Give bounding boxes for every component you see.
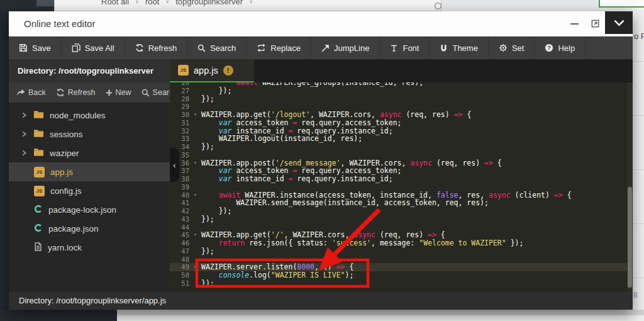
file-tree-item-sessions[interactable]: sessions <box>9 125 170 144</box>
file-tree-item-config-js[interactable]: JSconfig.js <box>9 181 170 200</box>
toolbar-button-set[interactable]: Set <box>489 37 535 59</box>
line-number: 33 <box>170 135 191 143</box>
toolbar-button-label: Save All <box>85 43 114 53</box>
breadcrumb[interactable]: Root all∨root∨topgrouplinkserver∨ <box>54 0 441 11</box>
line-number: 31 <box>170 119 191 127</box>
fold-gutter <box>191 175 199 183</box>
fold-gutter <box>191 87 199 95</box>
code-line-46[interactable]: 46 return res.json({ status: 'success', … <box>170 239 633 247</box>
code-line-42[interactable]: 42 }); <box>170 207 633 215</box>
fold-gutter <box>191 183 199 191</box>
line-number: 46 <box>170 239 191 247</box>
tab-app-js[interactable]: JS app.js ! <box>170 59 254 82</box>
breadcrumb-item-root-all[interactable]: Root all <box>101 0 129 6</box>
toolbar-button-jumpline[interactable]: JumpLine <box>311 37 380 59</box>
line-number: 26 <box>170 82 191 87</box>
toolbar-button-search[interactable]: Search <box>187 37 247 59</box>
sidebar-collapse-handle[interactable]: ‹ <box>170 148 179 182</box>
code-line-28[interactable]: 28}); <box>170 95 633 103</box>
toolbar-button-label: Save <box>32 43 51 53</box>
fold-gutter <box>191 103 199 111</box>
fold-arrow-icon[interactable]: ▾ <box>191 231 199 239</box>
fold-gutter <box>191 239 199 247</box>
sidebar-action-refresh[interactable]: Refresh <box>56 88 96 97</box>
toolbar-button-theme[interactable]: Theme <box>430 37 488 59</box>
background-text-fragment-bottom: 8 <box>633 291 638 300</box>
folder-icon <box>33 148 44 159</box>
file-name: package-lock.json <box>48 205 116 215</box>
code-text: }); <box>199 247 214 256</box>
code-line-50[interactable]: 50 console.log("WAZIPER IS LIVE"); <box>170 271 633 279</box>
maximize-button[interactable] <box>589 18 601 30</box>
toolbar-button-replace[interactable]: Replace <box>247 37 311 59</box>
toolbar-button-save-all[interactable]: Save All <box>62 37 125 59</box>
breadcrumb-separator-icon: ∨ <box>165 0 169 4</box>
dialog-titlebar: Online text editor <box>9 11 633 37</box>
code-line-41[interactable]: 41 WAZIPER.send_message(instance_id, acc… <box>170 199 633 207</box>
line-number: 47 <box>170 247 191 256</box>
code-text: WAZIPER.logout(instance_id, res); <box>199 135 362 143</box>
editor-scrollbar <box>627 82 633 291</box>
breadcrumb-separator-icon: ∨ <box>249 0 253 4</box>
background-search-files-button[interactable] <box>599 0 644 8</box>
toolbar-button-save[interactable]: Save <box>9 37 62 59</box>
sidebar-action-back[interactable]: Back <box>16 88 46 97</box>
fold-gutter <box>191 143 199 151</box>
file-tree-item-waziper[interactable]: waziper <box>9 144 170 162</box>
theme-icon <box>440 44 448 52</box>
file-tree-item-yarn-lock[interactable]: yarn.lock <box>9 238 170 257</box>
fold-arrow-icon[interactable]: ▾ <box>191 191 199 200</box>
fold-arrow-icon[interactable]: ▾ <box>191 159 199 167</box>
background-tab-stub <box>36 0 55 6</box>
toolbar-button-font[interactable]: Font <box>380 37 430 59</box>
code-line-43[interactable]: 43}); <box>170 215 633 223</box>
code-text: await WAZIPER.get_groups(instance_id, re… <box>199 82 423 87</box>
js-file-icon: JS <box>34 186 45 196</box>
toolbar-button-refresh[interactable]: Refresh <box>125 37 188 59</box>
line-number: 45 <box>170 231 191 239</box>
sidebar-action-new[interactable]: New <box>106 88 131 97</box>
breadcrumb-item-topgrouplinkserver[interactable]: topgrouplinkserver <box>175 0 243 6</box>
background-right-sliver <box>633 8 644 310</box>
settings-icon <box>499 43 508 52</box>
file-name: config.js <box>50 186 82 196</box>
fold-arrow-icon[interactable]: ▾ <box>191 263 199 271</box>
code-line-51[interactable]: 51}); <box>170 279 633 288</box>
code-line-34[interactable]: 34}); <box>170 143 633 151</box>
code-editor[interactable]: 26 await WAZIPER.get_groups(instance_id,… <box>170 82 633 291</box>
code-line-47[interactable]: 47}); <box>170 247 633 256</box>
editor-tabbar: JS app.js ! <box>170 59 633 82</box>
code-line-33[interactable]: 33 WAZIPER.logout(instance_id, res); <box>170 135 633 143</box>
document-icon <box>34 242 42 253</box>
chevron-right-icon <box>21 131 28 137</box>
file-tree-item-package-lock-json[interactable]: package-lock.json <box>9 200 170 219</box>
code-line-27[interactable]: 27 }); <box>170 87 633 95</box>
fold-gutter <box>191 127 199 135</box>
file-sidebar: Directory: /root/topgrouplinkserver Back… <box>9 59 170 291</box>
line-number: 42 <box>170 207 191 215</box>
editor-toolbar: SaveSave AllRefreshSearchReplaceJumpLine… <box>9 37 633 59</box>
file-tree-item-app-js[interactable]: JSapp.js <box>9 162 170 181</box>
code-line-26[interactable]: 26 await WAZIPER.get_groups(instance_id,… <box>170 82 633 87</box>
fold-gutter <box>191 167 199 175</box>
code-line-38[interactable]: 38 var instance_id = req.query.instance_… <box>170 175 633 183</box>
line-number: 43 <box>170 215 191 223</box>
file-name: node_modules <box>50 111 106 120</box>
fold-arrow-icon[interactable]: ▾ <box>191 111 199 119</box>
minimize-button[interactable] <box>569 18 580 30</box>
file-tree-item-package-json[interactable]: package.json <box>9 219 170 238</box>
toolbar-button-help[interactable]: ?Help <box>535 37 586 59</box>
sidebar-actions: BackRefreshNewSearch <box>9 82 170 103</box>
file-tree-item-node-modules[interactable]: node_modules <box>9 106 170 125</box>
editor-scrollbar-thumb[interactable] <box>628 187 632 288</box>
toolbar-collapse-button[interactable] <box>605 11 633 34</box>
breadcrumb-item-root[interactable]: root <box>145 0 159 6</box>
minimize-icon <box>570 23 579 25</box>
font-icon <box>390 44 398 52</box>
background-bottom-light <box>117 315 644 321</box>
toolbar-button-label: Replace <box>270 43 301 53</box>
line-number: 29 <box>170 103 191 111</box>
line-number: 49 <box>170 263 191 271</box>
fold-gutter <box>191 95 199 103</box>
refresh-icon <box>135 43 144 52</box>
